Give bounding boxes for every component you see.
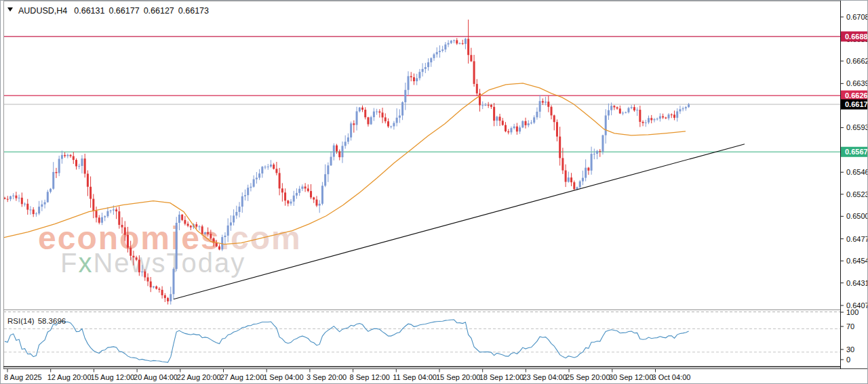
axis-badges: 0.668810.662650.656770.66173 xyxy=(841,31,868,156)
quote-open: 0.66131 xyxy=(74,6,104,16)
price-axis-label: 0.65465 xyxy=(846,168,868,176)
price-axis-label: 0.64770 xyxy=(846,235,868,243)
rsi-axis-label: 30 xyxy=(846,345,854,354)
rsi-indicator-value: 58.3696 xyxy=(38,317,66,325)
svg-text:AUDUSD,H40.661310.661770.66127: AUDUSD,H40.661310.661770.661270.66173 xyxy=(18,6,209,16)
time-axis-label: 1 Sep 04:00 xyxy=(263,373,303,381)
quote-line: AUDUSD,H40.661310.661770.661270.66173 xyxy=(7,6,209,16)
time-axis-label: 30 Sep 12:00 xyxy=(609,373,653,381)
time-axis-label: 20 Aug 04:00 xyxy=(134,373,178,381)
rsi-axis[interactable]: 10070300 xyxy=(841,308,859,364)
price-axis-label: 0.64310 xyxy=(846,279,868,287)
watermark-tagline-rest: NewsToday xyxy=(93,248,245,278)
svg-text:FxNewsToday: FxNewsToday xyxy=(60,248,245,278)
price-axis-label: 0.64540 xyxy=(846,257,868,265)
price-badge: 0.66881 xyxy=(845,33,868,41)
chart-canvas: economies.com FxNewsToday 0.670850.66855… xyxy=(1,1,868,384)
price-axis-label: 0.65235 xyxy=(846,190,868,198)
time-axis-label: 8 Aug 2025 xyxy=(4,373,42,381)
time-axis-label: 22 Aug 20:00 xyxy=(177,373,221,381)
price-axis-label: 0.66625 xyxy=(846,57,868,65)
price-badge: 0.65677 xyxy=(845,148,868,156)
rsi-indicator-name: RSI(14) xyxy=(7,317,35,325)
time-axis-label: 3 Oct 04:00 xyxy=(652,373,691,381)
time-axis-label: 27 Aug 12:00 xyxy=(220,373,264,381)
time-axis-label: 8 Sep 12:00 xyxy=(350,373,390,381)
price-axis[interactable]: 0.670850.668550.666250.663900.659300.654… xyxy=(841,13,868,310)
rsi-axis-label: 0 xyxy=(846,356,850,364)
time-axis-label: 15 Aug 12:00 xyxy=(90,373,134,381)
price-axis-label: 0.67085 xyxy=(846,13,868,21)
rsi-axis-label: 100 xyxy=(846,308,859,316)
time-axis-label: 23 Sep 04:00 xyxy=(522,373,566,381)
time-axis-label: 3 Sep 20:00 xyxy=(307,373,347,381)
mt4-chart-window: economies.com FxNewsToday 0.670850.66855… xyxy=(0,0,868,384)
time-axis-label: 25 Sep 20:00 xyxy=(566,373,610,381)
price-axis-label: 0.65930 xyxy=(846,123,868,131)
price-badge: 0.66173 xyxy=(845,100,868,108)
time-axis-label: 11 Sep 04:00 xyxy=(393,373,437,381)
rsi-axis-label: 70 xyxy=(846,322,854,330)
time-axis-label: 12 Aug 20:00 xyxy=(47,373,92,381)
quote-close: 0.66173 xyxy=(178,6,209,16)
time-axis-label: 15 Sep 20:00 xyxy=(436,373,480,381)
watermark-fx-icon: x xyxy=(78,248,93,278)
price-axis-label: 0.65005 xyxy=(846,212,868,220)
quote-low: 0.66127 xyxy=(144,6,174,16)
rsi-panel[interactable] xyxy=(3,313,840,367)
time-axis[interactable]: 8 Aug 202512 Aug 20:0015 Aug 12:0020 Aug… xyxy=(4,369,690,382)
time-axis-label: 18 Sep 12:00 xyxy=(479,373,524,381)
price-axis-label: 0.66390 xyxy=(846,79,868,87)
quote-high: 0.66177 xyxy=(108,6,139,16)
watermark-tagline-f: F xyxy=(60,248,78,278)
quote-symbol: AUDUSD,H4 xyxy=(18,6,67,16)
price-badge: 0.66265 xyxy=(845,91,868,100)
